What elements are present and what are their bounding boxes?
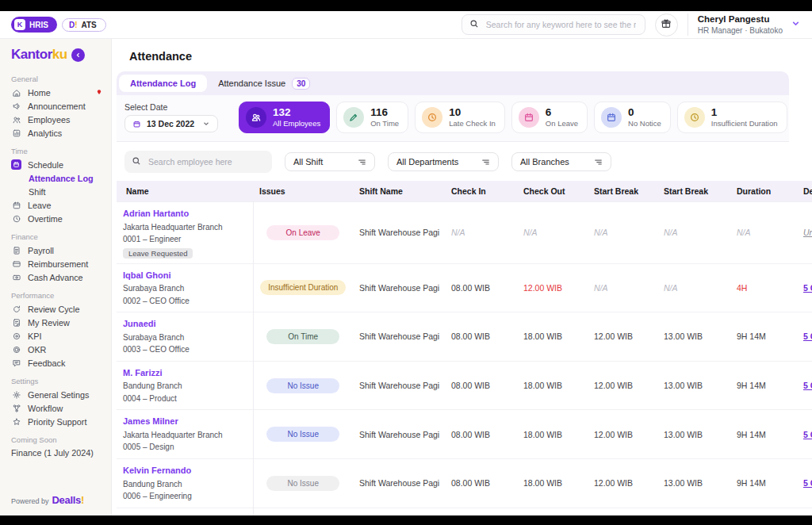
stat-card-late-check-in[interactable]: 10Late Check In (415, 102, 505, 133)
check-out-cell: 12.00 WIB (517, 263, 588, 312)
shift-cell: Shift Warehouse Pagi (353, 508, 445, 515)
stat-label: Insufficient Duration (711, 119, 778, 128)
stat-label: All Employees (273, 119, 320, 128)
start-break-cell: 13.00 WIB (657, 458, 730, 508)
issue-cell: No Issue (253, 410, 353, 459)
profile-menu[interactable]: Cheryl Pangestu HR Manager · Bukatoko (698, 13, 801, 36)
sidebar-item-general-setings[interactable]: General Setings (0, 388, 111, 401)
announcement-icon (11, 101, 21, 111)
stats-row: 132All Employees116On Time10Late Check I… (239, 102, 787, 133)
sidebar-item-analytics[interactable]: Analytics (0, 126, 111, 140)
sidebar-item-announcement[interactable]: Announcement (0, 99, 111, 113)
sidebar-item-cash-advance[interactable]: Cash Advance (0, 270, 111, 284)
column-header-check-in: Check In (445, 181, 517, 202)
employee-code: 0006 – Engineering (123, 490, 247, 503)
checkpoints-link[interactable]: 5 Checkpoints (803, 381, 812, 390)
stat-card-on-time[interactable]: 116On Time (336, 102, 408, 133)
checkpoints-link[interactable]: 5 Checkpoints (803, 430, 812, 439)
time-value: 9H 14M (737, 430, 766, 439)
sidebar-item-home[interactable]: Home (0, 86, 111, 99)
ats-toggle-button[interactable]: D! ATS (62, 18, 106, 32)
sidebar-item-leave[interactable]: Leave (0, 198, 111, 212)
stat-card-insufficient-duration[interactable]: 1Insufficient Duration (677, 102, 787, 133)
stat-card-all-employees[interactable]: 132All Employees (239, 102, 330, 133)
workflow-icon (11, 403, 21, 413)
sidebar-item-schedule[interactable]: Schedule (0, 158, 111, 171)
issue-badge: No Issue (266, 378, 339, 393)
filter-dropdown-all-departments[interactable]: All Departments (388, 152, 499, 171)
sidebar-item-workflow[interactable]: Workflow (0, 401, 111, 415)
description-cell: 5 Checkpoints (797, 361, 812, 410)
sidebar-item-my-review[interactable]: My Review (0, 316, 111, 329)
sidebar-item-label: Attendance Log (29, 174, 94, 183)
stat-text: 10Late Check In (449, 106, 496, 128)
employee-name-link[interactable]: Iqbal Ghoni (123, 269, 247, 283)
description-cell: 5 Checkpoints (797, 263, 812, 312)
employee-branch: Bandung Branch (123, 478, 247, 491)
employee-name-link[interactable]: Junaedi (123, 317, 247, 331)
sidebar-item-label: OKR (28, 345, 46, 354)
checkpoints-link[interactable]: 5 Checkpoints (803, 331, 812, 341)
employee-name-link[interactable]: M. Farizzi (123, 366, 247, 381)
tab-attendance-issue[interactable]: Attendance Issue30 (207, 74, 321, 94)
stat-card-on-leave[interactable]: 6On Leave (511, 102, 588, 133)
filter-value: All Departments (396, 157, 458, 167)
start-break-cell: N/A (588, 202, 657, 264)
description-cell: Unpaid leave (797, 202, 812, 264)
time-value: 12.00 WIB (594, 430, 633, 439)
checkpoints-link[interactable]: 5 Checkpoints (803, 478, 812, 488)
start-break-cell: N/A (588, 263, 657, 312)
date-select[interactable]: 13 Dec 2022 (124, 115, 218, 132)
employee-name-link[interactable]: Adrian Hartanto (123, 207, 247, 221)
description-cell: 5 Checkpoints (797, 312, 812, 362)
sidebar-item-priority-support[interactable]: Priority Support (0, 415, 111, 428)
sidebar-section-label-coming-soon: Coming Soon (0, 428, 111, 446)
top-bar: K HRIS D! ATS Chery (0, 11, 812, 39)
hris-toggle-button[interactable]: K HRIS (11, 17, 57, 33)
leave-requested-badge: Leave Requested (123, 248, 193, 259)
global-search-input[interactable] (485, 19, 638, 30)
filter-dropdown-all-shift[interactable]: All Shift (285, 152, 375, 171)
filter-dropdown-all-branches[interactable]: All Branches (511, 152, 611, 171)
stat-text: 116On Time (370, 106, 399, 128)
sidebar-collapse-button[interactable] (71, 48, 85, 62)
sidebar-item-feedback[interactable]: Feedback (0, 356, 111, 370)
employee-branch: Jakarta Headquarter Branch (123, 221, 247, 234)
employee-search-input[interactable] (147, 156, 265, 167)
attendance-tabs: Attendance LogAttendance Issue30 (117, 71, 789, 95)
check-out-cell: 18.00 WIB (517, 410, 588, 459)
stat-card-no-notice[interactable]: 0No Notice (594, 102, 671, 133)
reimbursement-icon (11, 259, 21, 269)
employee-code: 0002 – CEO Office (123, 295, 247, 308)
gift-button[interactable] (655, 13, 678, 36)
sidebar-item-attendance-log[interactable]: Attendance Log (0, 171, 111, 185)
profile-text: Cheryl Pangestu HR Manager · Bukatoko (698, 13, 783, 36)
tab-label: Attendance Issue (218, 79, 285, 88)
start-break-cell: 12.00 WIB (588, 410, 657, 459)
sidebar-item-label: Analytics (28, 128, 62, 138)
employee-name-link[interactable]: Adristi Hanun (123, 513, 247, 515)
sidebar-item-reimbursement[interactable]: Reimbursement (0, 257, 111, 270)
employee-name-link[interactable]: James Milner (123, 415, 247, 429)
sidebar-item-shift[interactable]: Shift (0, 185, 111, 198)
tab-attendance-log[interactable]: Attendance Log (119, 75, 207, 92)
employee-search[interactable] (124, 151, 272, 173)
sidebar-item-employees[interactable]: Employees (0, 113, 111, 126)
global-search[interactable] (462, 14, 645, 35)
start-break-cell: 12.00 WIB (588, 312, 657, 362)
sidebar-item-kpi[interactable]: KPI (0, 329, 111, 343)
start-break-cell: 13.00 WIB (657, 312, 730, 362)
time-value: 13.00 WIB (664, 331, 703, 341)
top-right-cluster: Cheryl Pangestu HR Manager · Bukatoko (462, 13, 801, 36)
sidebar-item-overtime[interactable]: Overtime (0, 212, 111, 225)
sidebar-item-label: KPI (28, 331, 41, 341)
time-value: 18.00 WIB (523, 381, 562, 390)
feedback-icon (11, 358, 21, 368)
sidebar-item-review-cycle[interactable]: Review Cycle (0, 302, 111, 316)
employee-name-link[interactable]: Kelvin Fernando (123, 464, 247, 478)
filter-lines-icon (481, 158, 490, 167)
sidebar-item-okr[interactable]: OKR (0, 343, 111, 356)
checkpoints-link[interactable]: 5 Checkpoints (803, 283, 812, 293)
stat-value: 132 (273, 106, 320, 119)
sidebar-item-payroll[interactable]: Payroll (0, 243, 111, 257)
